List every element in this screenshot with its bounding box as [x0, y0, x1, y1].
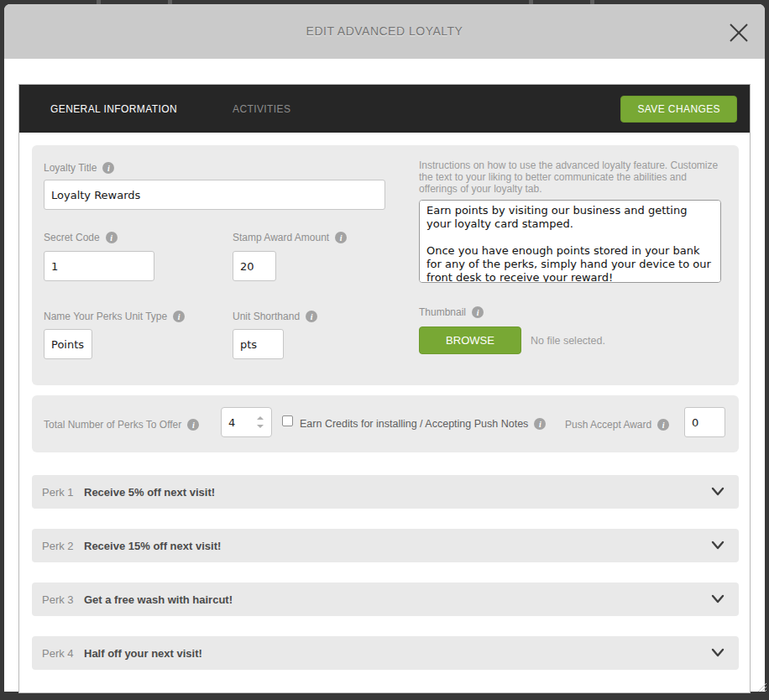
secret-code-label: Secret Code — [44, 232, 118, 243]
total-perks-input[interactable] — [228, 408, 252, 436]
info-icon[interactable] — [106, 232, 118, 243]
file-status-text: No file selected. — [531, 335, 605, 347]
perk-label: Perk 2 — [42, 540, 74, 552]
push-accept-award-input[interactable] — [684, 407, 725, 437]
perk-label: Perk 4 — [42, 647, 74, 660]
unit-shorthand-input[interactable] — [233, 329, 284, 359]
save-changes-button[interactable]: SAVE CHANGES — [620, 96, 737, 123]
browse-button[interactable]: BROWSE — [419, 326, 521, 354]
close-icon[interactable] — [727, 21, 751, 44]
info-icon[interactable] — [306, 311, 317, 322]
instructions-textarea[interactable]: Earn points by visiting our business and… — [419, 200, 721, 283]
info-icon[interactable] — [657, 419, 669, 431]
stamp-award-amount-input[interactable] — [233, 251, 276, 281]
perk-row-3[interactable]: Perk 3 Get a free wash with haircut! — [32, 582, 739, 616]
chevron-down-icon[interactable] — [711, 540, 725, 551]
perk-title: Get a free wash with haircut! — [84, 593, 233, 606]
general-form-section: Loyalty Title Secret Code Stamp Award Am… — [32, 145, 739, 385]
perk-title: Receive 5% off next visit! — [84, 486, 215, 499]
info-icon[interactable] — [187, 419, 199, 431]
stepper-arrows-icon[interactable] — [257, 416, 264, 428]
edit-advanced-loyalty-modal: EDIT ADVANCED LOYALTY GENERAL INFORMATIO… — [4, 4, 765, 692]
perk-title: Half off your next visit! — [84, 647, 202, 660]
arrow-up-icon[interactable] — [257, 416, 264, 420]
modal-content-panel: GENERAL INFORMATION ACTIVITIES SAVE CHAN… — [18, 84, 751, 693]
tab-activities[interactable]: ACTIVITIES — [233, 103, 290, 115]
info-icon[interactable] — [102, 162, 114, 174]
secret-code-input[interactable] — [44, 251, 154, 281]
push-credits-checkbox[interactable] — [282, 415, 293, 426]
tab-bar: GENERAL INFORMATION ACTIVITIES SAVE CHAN… — [19, 85, 750, 133]
arrow-down-icon[interactable] — [257, 425, 264, 428]
info-icon[interactable] — [534, 418, 546, 430]
info-icon[interactable] — [472, 306, 484, 318]
perk-row-4[interactable]: Perk 4 Half off your next visit! — [32, 636, 739, 670]
stamp-award-amount-label: Stamp Award Amount — [233, 232, 347, 243]
instructions-help-text: Instructions on how to use the advanced … — [419, 159, 726, 195]
chevron-down-icon[interactable] — [711, 486, 725, 498]
perk-title: Receive 15% off next visit! — [84, 540, 221, 552]
modal-title: EDIT ADVANCED LOYALTY — [4, 24, 765, 38]
info-icon[interactable] — [335, 232, 347, 243]
perk-row-2[interactable]: Perk 2 Receive 15% off next visit! — [32, 529, 739, 562]
perks-unit-type-label: Name Your Perks Unit Type — [44, 311, 185, 322]
chevron-down-icon[interactable] — [711, 593, 725, 605]
modal-header: EDIT ADVANCED LOYALTY — [4, 4, 765, 59]
push-accept-award-label: Push Accept Award — [565, 419, 669, 431]
thumbnail-label: Thumbnail — [419, 306, 484, 318]
perk-row-1[interactable]: Perk 1 Receive 5% off next visit! — [32, 475, 739, 509]
loyalty-title-input[interactable] — [44, 180, 385, 210]
total-perks-label: Total Number of Perks To Offer — [44, 419, 199, 431]
resize-grip[interactable] — [756, 681, 766, 692]
perk-label: Perk 3 — [42, 593, 74, 606]
perks-config-section: Total Number of Perks To Offer Earn Cred… — [32, 395, 739, 452]
tab-general-information[interactable]: GENERAL INFORMATION — [50, 103, 177, 115]
push-credits-label: Earn Credits for installing / Accepting … — [300, 418, 546, 430]
total-perks-stepper — [221, 407, 272, 437]
perks-unit-type-input[interactable] — [44, 329, 92, 359]
loyalty-title-label: Loyalty Title — [44, 162, 114, 174]
info-icon[interactable] — [173, 311, 185, 322]
unit-shorthand-label: Unit Shorthand — [233, 311, 317, 322]
perk-label: Perk 1 — [42, 486, 74, 499]
chevron-down-icon[interactable] — [711, 647, 725, 659]
